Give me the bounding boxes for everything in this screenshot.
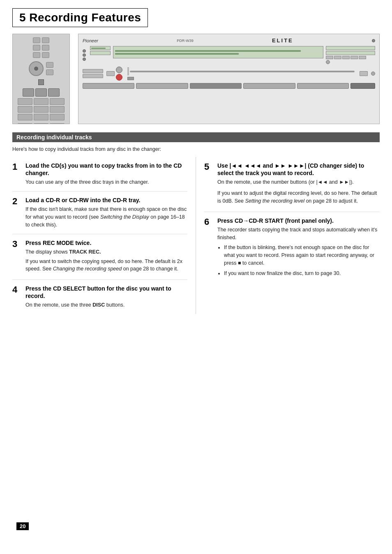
device-controls-row — [83, 67, 375, 81]
step-5: 5 Use |◄◄ ◄◄◄ and ►► ►►►| (CD changer si… — [204, 157, 380, 212]
remote-btn-1 — [33, 37, 40, 43]
remote-btn-6 — [42, 52, 49, 58]
step-6-body-main: The recorder starts copying the track an… — [217, 226, 380, 242]
remote-image — [12, 34, 70, 124]
device-display-row — [83, 46, 375, 64]
remote-3btns — [23, 88, 60, 97]
remote-grid-btn-10 — [18, 123, 32, 124]
remote-grid-2 — [18, 123, 64, 124]
ctrl-circle-1 — [116, 67, 122, 73]
step-2-body: If the disc isn't blank, make sure that … — [25, 205, 187, 229]
step-3-title: Press REC MODE twice. — [25, 239, 187, 247]
step-2-italic: Switching the Display — [100, 214, 149, 220]
step-6-content: Press CD→CD-R START (front panel only). … — [217, 217, 380, 280]
section-header: Recording individual tracks — [12, 132, 380, 142]
remote-grid-btn-3 — [50, 98, 65, 105]
step-2-number: 2 — [12, 196, 21, 229]
page-content: 5 Recording Features — [12, 8, 380, 534]
device-elite-label: ELITE — [272, 37, 293, 44]
step-5-body2: If you want to adjust the digital record… — [217, 189, 380, 205]
step-4-bold: DISC — [92, 302, 105, 308]
remote-grid-btn-6 — [50, 106, 65, 113]
remote-btn-3 — [33, 45, 40, 51]
bottom-btn-4 — [243, 83, 295, 89]
page-number: 20 — [16, 522, 29, 530]
step-1-title: Load the CD(s) you want to copy tracks f… — [25, 162, 187, 177]
device-image-area: Pioneer PDR-W39 ELITE — [12, 34, 380, 124]
device-bottom-row — [83, 83, 375, 89]
remote-btn-4 — [42, 45, 49, 51]
cd-recorder-image: Pioneer PDR-W39 ELITE — [78, 34, 380, 124]
device-brand-row: Pioneer PDR-W39 ELITE — [83, 37, 375, 44]
remote-grid-btn-1 — [18, 98, 32, 105]
remote-grid-btn-8 — [34, 114, 48, 120]
device-ind-2 — [83, 53, 86, 57]
step-3: 3 Press REC MODE twice. The display show… — [12, 234, 187, 280]
remote-grid-btn-2 — [34, 98, 48, 105]
ctrl-circle-2 — [116, 74, 122, 81]
step-6: 6 Press CD→CD-R START (front panel only)… — [204, 212, 380, 285]
main-content: 1 Load the CD(s) you want to copy tracks… — [12, 157, 380, 314]
display-line-1 — [115, 50, 301, 52]
bottom-btn-5 — [297, 83, 349, 89]
remote-grid — [18, 98, 64, 120]
device-model-name: PDR-W39 — [177, 39, 194, 43]
step-3-display: The display shows TRACK REC. — [25, 248, 187, 256]
step-2: 2 Load a CD-R or CD-RW into the CD-R tra… — [12, 192, 187, 234]
remote-grid-btn-11 — [34, 123, 48, 124]
device-main-display — [113, 46, 323, 58]
step-5-body1: On the remote, use the number buttons (o… — [217, 178, 380, 186]
step-6-title: Press CD→CD-R START (front panel only). — [217, 217, 380, 224]
device-power-dot — [372, 39, 375, 42]
remote-grid-btn-4 — [18, 106, 32, 113]
display-line-2 — [115, 53, 239, 55]
bottom-btn-1 — [83, 83, 134, 89]
step-6-bullets: If the button is blinking, there's not e… — [217, 244, 380, 277]
step-5-title: Use |◄◄ ◄◄◄ and ►► ►►►| (CD changer side… — [217, 162, 380, 177]
step-1-content: Load the CD(s) you want to copy tracks f… — [25, 162, 187, 186]
ctrl-btn-1 — [106, 71, 115, 76]
step-5-body: On the remote, use the number buttons (o… — [217, 178, 380, 205]
remote-disc-btn-3 — [48, 88, 60, 97]
remote-disc-btn-2 — [35, 88, 47, 97]
step-2-content: Load a CD-R or CD-RW into the CD-R tray.… — [25, 196, 187, 229]
step-5-number: 5 — [204, 162, 212, 207]
step-3-number: 3 — [12, 239, 21, 275]
remote-btn-8 — [46, 69, 53, 75]
remote-grid-btn-5 — [34, 106, 48, 113]
step-6-number: 6 — [204, 217, 212, 280]
right-column: 5 Use |◄◄ ◄◄◄ and ►► ►►►| (CD changer si… — [196, 157, 380, 314]
remote-circle — [29, 61, 44, 76]
step-3-detail: If you want to switch the copying speed,… — [25, 258, 187, 273]
left-column: 1 Load the CD(s) you want to copy tracks… — [12, 157, 196, 314]
step-3-italic: Changing the recording speed — [53, 266, 122, 272]
section-intro: Here's how to copy individual tracks fro… — [12, 146, 380, 152]
page-title: 5 Recording Features — [12, 8, 148, 27]
step-6-body: The recorder starts copying the track an… — [217, 226, 380, 277]
step-6-bullet-1: If the button is blinking, there's not e… — [224, 244, 380, 267]
device-display-lines — [115, 50, 321, 55]
step-3-body: The display shows TRACK REC. If you want… — [25, 248, 187, 273]
device-ind-1 — [83, 49, 86, 53]
bottom-btn-3 — [190, 83, 242, 89]
remote-center-dot — [34, 67, 38, 71]
step-1-number: 1 — [12, 162, 21, 186]
remote-square-btn — [38, 79, 44, 85]
step-1: 1 Load the CD(s) you want to copy tracks… — [12, 157, 187, 192]
step-2-title: Load a CD-R or CD-RW into the CD-R tray. — [25, 196, 187, 204]
device-ind-3 — [83, 58, 86, 61]
remote-grid-btn-9 — [50, 114, 65, 120]
remote-btn-2 — [42, 37, 49, 43]
remote-disc-btn-1 — [23, 88, 34, 97]
bottom-btn-2 — [136, 83, 188, 89]
step-4-content: Press the CD SELECT button for the disc … — [25, 285, 187, 309]
step-5-italic: Setting the recording level — [245, 198, 304, 204]
step-4-number: 4 — [12, 285, 21, 309]
step-6-bullet-2: If you want to now finalize the disc, tu… — [224, 270, 380, 277]
step-5-content: Use |◄◄ ◄◄◄ and ►► ►►►| (CD changer side… — [217, 162, 380, 207]
step-4-body: On the remote, use the three DISC button… — [25, 301, 187, 309]
step-4: 4 Press the CD SELECT button for the dis… — [12, 280, 187, 314]
step-1-body: You can use any of the three disc trays … — [25, 178, 187, 186]
step-4-title: Press the CD SELECT button for the disc … — [25, 285, 187, 300]
remote-btn-7 — [46, 62, 53, 68]
